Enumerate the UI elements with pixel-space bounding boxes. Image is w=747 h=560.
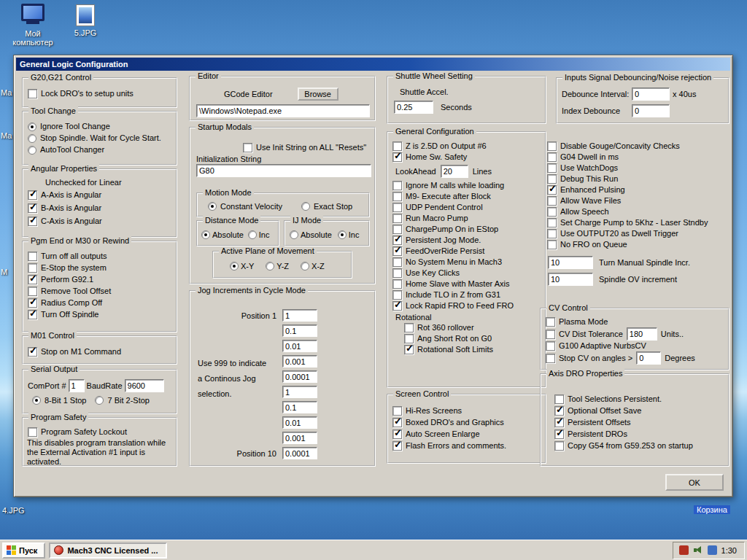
checkbox-row[interactable]: Remove Tool Offset <box>28 287 171 296</box>
partial-icon-label[interactable]: Ma <box>1 131 12 140</box>
stop-cv-angle-input[interactable] <box>636 351 661 365</box>
checkbox[interactable] <box>392 429 402 439</box>
checkbox-row[interactable]: Hi-Res Screens <box>392 406 541 416</box>
checkbox-row[interactable]: Include TLO in Z from G31 <box>392 290 541 300</box>
jog-increment-input[interactable] <box>282 386 317 398</box>
radio-row[interactable]: Stop Spindle. Wait for Cycle Start. <box>28 133 171 143</box>
radio-row[interactable]: X-Z <box>301 262 325 271</box>
manual-spindle-incr-input[interactable] <box>548 256 593 269</box>
checkbox-row[interactable]: Stop on M1 Command <box>28 347 171 357</box>
checkbox-row[interactable]: Debug This Run <box>547 174 729 184</box>
checkbox-row[interactable]: Allow Speech <box>547 207 729 217</box>
checkbox-row[interactable]: A-Axis is Angular <box>28 190 171 200</box>
radio[interactable] <box>301 202 310 211</box>
tray-app-icon[interactable] <box>679 545 689 555</box>
radio-row[interactable]: X-Y <box>230 262 254 271</box>
desktop-icon-4jpg-label[interactable]: 4.JPG <box>2 506 25 515</box>
gcode-editor-path-input[interactable] <box>196 104 370 117</box>
checkbox-row[interactable]: ChargePump On in EStop <box>392 225 541 234</box>
jog-increment-input[interactable] <box>282 355 317 368</box>
start-button[interactable]: Пуск <box>2 542 45 559</box>
radio[interactable] <box>28 134 36 143</box>
checkbox-row[interactable]: Home Sw. Safety <box>392 152 541 162</box>
jog-increment-input[interactable] <box>282 447 317 459</box>
debounce-interval-input[interactable] <box>632 88 670 101</box>
jog-increment-input[interactable] <box>282 324 317 337</box>
ok-button[interactable]: OK <box>665 474 724 491</box>
checkbox[interactable] <box>28 263 37 273</box>
checkbox-row[interactable]: Use WatchDogs <box>547 163 729 173</box>
radio[interactable] <box>28 122 36 131</box>
comport-input[interactable] <box>69 379 85 392</box>
lookahead-input[interactable] <box>441 165 468 178</box>
checkbox[interactable] <box>392 418 402 427</box>
checkbox[interactable] <box>28 347 37 357</box>
checkbox-row[interactable]: Auto Screen Enlarge <box>392 429 541 439</box>
checkbox[interactable] <box>392 203 402 212</box>
checkbox[interactable] <box>392 301 402 311</box>
jog-increment-input[interactable] <box>282 309 317 322</box>
recycle-bin-label[interactable]: Корзина <box>694 505 730 514</box>
checkbox-row[interactable]: Run Macro Pump <box>392 214 541 223</box>
radio[interactable] <box>301 262 309 271</box>
checkbox-row[interactable]: Lock Rapid FRO to Feed FRO <box>392 301 541 311</box>
radio-row[interactable]: AutoTool Changer <box>28 145 171 155</box>
checkbox-row[interactable]: Use Key Clicks <box>392 268 541 278</box>
checkbox[interactable] <box>28 203 37 213</box>
radio-row[interactable]: Ignore Tool Change <box>28 122 171 131</box>
radio-row[interactable]: Absolute <box>201 230 244 239</box>
radio[interactable] <box>266 262 274 271</box>
checkbox[interactable] <box>28 287 37 296</box>
shuttle-accel-input[interactable] <box>394 101 433 114</box>
checkbox-row[interactable]: Persistent Jog Mode. <box>392 236 541 245</box>
checkbox-row[interactable]: FeedOverRide Persist <box>392 246 541 256</box>
taskbar-item-mach3[interactable]: Mach3 CNC Licensed ... <box>49 542 167 559</box>
checkbox-row[interactable]: Flash Errors and comments. <box>392 441 541 451</box>
checkbox[interactable] <box>392 214 402 223</box>
checkbox[interactable] <box>554 418 564 427</box>
partial-icon-label[interactable]: M <box>1 268 7 276</box>
checkbox[interactable] <box>28 252 37 261</box>
checkbox-row[interactable]: Program Safety Lockout <box>28 427 171 437</box>
index-debounce-input[interactable] <box>632 104 670 117</box>
checkbox[interactable] <box>547 229 557 238</box>
init-string-input[interactable] <box>196 164 371 177</box>
radio[interactable] <box>32 396 41 405</box>
checkbox-row[interactable]: Ignore M calls while loading <box>392 181 541 190</box>
checkbox-row[interactable]: Copy G54 from G59.253 on startup <box>554 441 724 451</box>
checkbox-row[interactable]: M9- Execute after Block <box>392 192 541 201</box>
checkbox[interactable] <box>546 330 555 339</box>
checkbox-row[interactable]: Tool Selections Persistent. <box>554 394 724 404</box>
checkbox-row[interactable]: Turn Off Spindle <box>28 310 171 319</box>
checkbox[interactable] <box>547 141 557 151</box>
checkbox-row[interactable]: Allow Wave Files <box>547 196 729 206</box>
checkbox[interactable] <box>392 181 402 190</box>
radio[interactable] <box>208 202 217 211</box>
jog-increment-input[interactable] <box>282 340 317 352</box>
radio[interactable] <box>290 230 298 239</box>
radio[interactable] <box>230 262 239 271</box>
checkbox-row[interactable]: C-Axis is Angular <box>28 217 171 226</box>
checkbox-row[interactable]: B-Axis is Angular <box>28 203 171 213</box>
checkbox[interactable] <box>28 275 37 284</box>
checkbox[interactable] <box>28 310 37 319</box>
radio[interactable] <box>338 230 347 239</box>
radio-row[interactable]: 8-Bit 1 Stop <box>32 396 86 405</box>
checkbox-row[interactable]: Set Charge Pump to 5Khz - Laser Stndby <box>547 218 729 228</box>
checkbox[interactable] <box>547 207 557 217</box>
checkbox-row[interactable]: No System Menu in Mach3 <box>392 257 541 267</box>
checkbox-row[interactable]: Stop CV on angles > Degrees <box>546 351 724 365</box>
checkbox[interactable] <box>28 298 37 308</box>
checkbox-row[interactable]: Enhanced Pulsing <box>547 185 729 195</box>
jog-increment-input[interactable] <box>282 432 317 444</box>
checkbox-row[interactable]: Radius Comp Off <box>28 298 171 308</box>
checkbox-row[interactable]: Persistent DROs <box>554 429 724 439</box>
tray-network-icon[interactable] <box>708 545 717 555</box>
checkbox[interactable] <box>554 394 564 404</box>
checkbox[interactable] <box>547 185 557 195</box>
baudrate-input[interactable] <box>125 379 164 392</box>
checkbox-row[interactable]: Home Slave with Master Axis <box>392 279 541 289</box>
checkbox[interactable] <box>547 218 557 228</box>
checkbox-row[interactable]: Boxed DRO's and Graphics <box>392 418 541 427</box>
checkbox[interactable] <box>547 152 557 162</box>
